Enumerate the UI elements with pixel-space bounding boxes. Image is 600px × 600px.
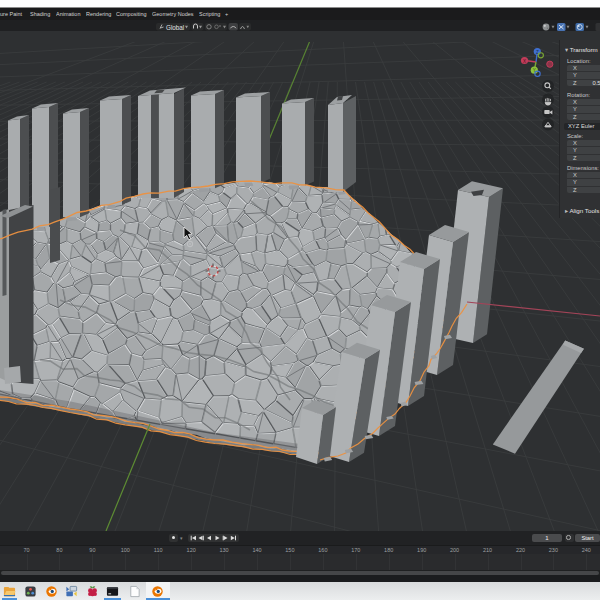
svg-text:Global: Global xyxy=(166,24,184,31)
svg-text:X: X xyxy=(523,59,526,64)
